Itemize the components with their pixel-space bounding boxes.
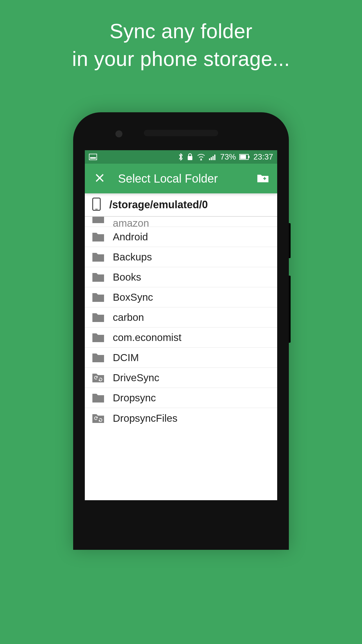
close-icon (95, 173, 105, 183)
svg-rect-6 (212, 156, 214, 160)
folder-icon (92, 292, 105, 302)
cellular-icon (209, 154, 217, 160)
folder-name: Backups (113, 251, 152, 263)
folder-icon (92, 232, 105, 242)
folder-icon (92, 252, 105, 262)
promo-heading: Sync any folder in your phone storage... (0, 0, 362, 73)
list-item[interactable]: carbon (85, 307, 277, 328)
folder-name: com.economist (113, 332, 181, 343)
phone-speaker (144, 130, 218, 136)
screen: 73% 23:37 Select Local Folder (85, 150, 277, 500)
list-item[interactable]: BoxSync (85, 287, 277, 307)
list-item[interactable]: DCIM (85, 348, 277, 368)
svg-rect-4 (209, 158, 210, 160)
svg-rect-7 (214, 155, 215, 160)
folder-name: Books (113, 271, 141, 283)
folder-icon (92, 312, 105, 323)
list-item[interactable]: amazon (85, 217, 277, 227)
battery-icon (239, 154, 250, 160)
folder-sync-icon (92, 413, 105, 424)
close-button[interactable] (93, 171, 106, 186)
lock-icon (187, 153, 193, 161)
svg-point-3 (201, 159, 202, 160)
folder-icon (92, 272, 105, 282)
folder-name: BoxSync (113, 291, 153, 303)
folder-sync-icon (92, 372, 105, 383)
folder-name: carbon (113, 312, 144, 323)
folder-list[interactable]: amazon Android Backups Books (85, 217, 277, 428)
appbar: Select Local Folder (85, 164, 277, 193)
phone-storage-icon (92, 197, 101, 212)
phone-side-button (289, 223, 291, 258)
svg-rect-0 (89, 154, 97, 160)
svg-rect-9 (240, 155, 246, 159)
folder-icon (92, 393, 105, 403)
svg-rect-12 (95, 209, 98, 209)
promo-line1: Sync any folder (110, 20, 252, 43)
path-bar[interactable]: /storage/emulated/0 (85, 193, 277, 217)
list-item[interactable]: DriveSync (85, 368, 277, 388)
list-item[interactable]: Dropsync (85, 388, 277, 408)
current-path: /storage/emulated/0 (109, 199, 208, 211)
folder-name: Android (113, 231, 148, 243)
folder-name: DriveSync (113, 372, 159, 384)
svg-rect-10 (249, 156, 249, 158)
appbar-title: Select Local Folder (118, 172, 218, 185)
battery-percent: 73% (220, 153, 236, 162)
folder-add-icon (257, 173, 269, 183)
folder-icon (92, 332, 105, 343)
statusbar: 73% 23:37 (85, 150, 277, 164)
promo-line2: in your phone storage... (72, 48, 290, 70)
svg-rect-11 (93, 198, 100, 210)
phone-frame: 73% 23:37 Select Local Folder (73, 112, 289, 550)
svg-rect-5 (211, 157, 212, 160)
list-item[interactable]: DropsyncFiles (85, 408, 277, 428)
phone-camera (115, 130, 122, 137)
list-item[interactable]: Backups (85, 247, 277, 267)
wifi-icon (197, 153, 205, 160)
folder-name: DCIM (113, 352, 139, 363)
cast-icon (89, 154, 97, 160)
phone-side-button (289, 276, 291, 343)
list-item[interactable]: Android (85, 227, 277, 247)
folder-icon (92, 217, 105, 224)
list-item[interactable]: com.economist (85, 328, 277, 348)
list-item[interactable]: Books (85, 267, 277, 287)
new-folder-button[interactable] (257, 173, 269, 184)
folder-name: amazon (113, 217, 149, 227)
clock: 23:37 (253, 153, 273, 162)
folder-name: Dropsync (113, 392, 156, 404)
svg-rect-1 (90, 157, 96, 159)
bluetooth-icon (178, 153, 183, 161)
folder-icon (92, 352, 105, 363)
svg-rect-2 (188, 156, 192, 160)
folder-name: DropsyncFiles (113, 412, 178, 424)
